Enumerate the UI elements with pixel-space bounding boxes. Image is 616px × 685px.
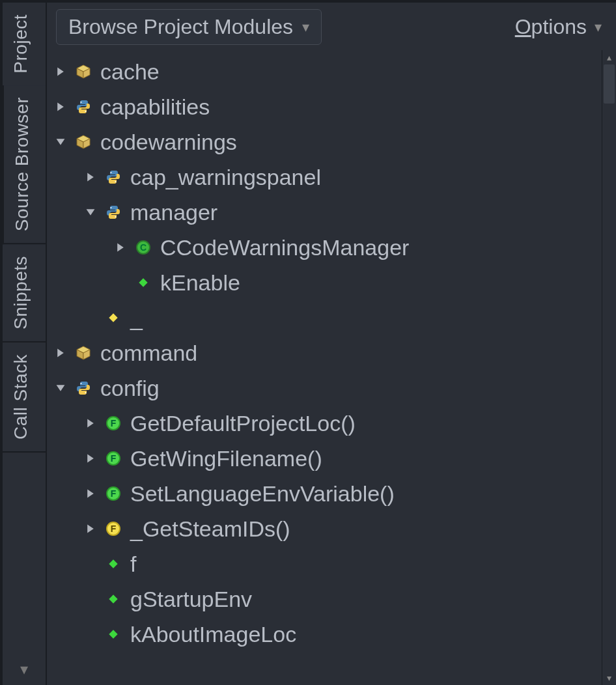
tree-item-label: kAboutImageLoc xyxy=(130,622,296,647)
collapse-icon[interactable] xyxy=(51,383,70,393)
package-icon xyxy=(74,133,92,151)
chevron-down-icon: ▾ xyxy=(595,19,602,36)
expand-icon[interactable] xyxy=(51,66,70,77)
tree-item-label: f xyxy=(130,552,136,577)
package-icon xyxy=(74,63,92,81)
tree-item[interactable]: FGetDefaultProjectLoc() xyxy=(51,406,602,441)
tree-item[interactable]: cap_warningspanel xyxy=(51,160,602,195)
attribute-icon xyxy=(104,590,122,608)
class-icon: C xyxy=(134,238,152,257)
function-icon: F xyxy=(104,449,122,468)
tree-item-label: gStartupEnv xyxy=(130,587,252,612)
python-icon xyxy=(74,379,92,397)
expand-icon[interactable] xyxy=(81,418,100,428)
chevron-down-icon: ▾ xyxy=(20,660,28,678)
tree-item-label: CCodeWarningsManager xyxy=(160,235,409,260)
vertical-tabs: Project Source Browser Snippets Call Sta… xyxy=(3,3,47,685)
tree-item-label: cache xyxy=(100,59,160,85)
tree-item[interactable]: capabilities xyxy=(51,89,602,124)
expand-icon[interactable] xyxy=(51,348,70,358)
toolbar: Browse Project Modules ▾ Options ▾ xyxy=(47,3,616,50)
options-menu-button[interactable]: Options ▾ xyxy=(515,15,607,39)
scroll-down-icon[interactable]: ▾ xyxy=(602,671,616,685)
tree-item-label: _GetSteamIDs() xyxy=(130,516,290,542)
function-icon: F xyxy=(104,414,122,432)
tree-item-label: SetLanguageEnvVariable() xyxy=(130,481,395,507)
chevron-down-icon: ▾ xyxy=(302,19,309,36)
source-browser-panel: Browse Project Modules ▾ Options ▾ cache… xyxy=(47,3,616,685)
tree-item[interactable]: command xyxy=(51,335,602,370)
tree-item[interactable]: FGetWingFilename() xyxy=(51,441,602,476)
expand-icon[interactable] xyxy=(111,242,130,253)
tree-item-label: codewarnings xyxy=(100,130,237,155)
tree-item-label: kEnable xyxy=(160,270,240,296)
private-function-icon: F xyxy=(104,520,122,538)
tree-item[interactable]: kEnable xyxy=(51,265,602,300)
tree-item[interactable]: manager xyxy=(51,195,602,230)
attribute-icon xyxy=(104,625,122,643)
private-attribute-icon xyxy=(104,309,122,327)
tree-item-label: GetDefaultProjectLoc() xyxy=(130,411,356,436)
browse-mode-label: Browse Project Modules xyxy=(68,15,293,39)
tree-item[interactable]: f xyxy=(51,546,602,581)
tree-item[interactable]: gStartupEnv xyxy=(51,581,602,617)
tree-item[interactable]: cache xyxy=(51,54,602,89)
tree-item-label: capabilities xyxy=(100,94,210,120)
tree-item-label: cap_warningspanel xyxy=(130,165,321,190)
tree-item-label: manager xyxy=(130,200,217,225)
expand-icon[interactable] xyxy=(81,524,100,534)
tree-item-label: command xyxy=(100,341,197,366)
tree-item[interactable]: codewarnings xyxy=(51,124,602,160)
tab-project[interactable]: Project xyxy=(3,3,46,85)
tab-snippets[interactable]: Snippets xyxy=(3,244,46,342)
python-icon xyxy=(104,168,122,186)
python-icon xyxy=(74,98,92,116)
scroll-track[interactable] xyxy=(602,64,616,671)
attribute-icon xyxy=(104,555,122,573)
browse-mode-dropdown[interactable]: Browse Project Modules ▾ xyxy=(56,9,322,45)
tree-item[interactable]: _ xyxy=(51,300,602,335)
tree-item[interactable]: CCCodeWarningsManager xyxy=(51,230,602,265)
options-label: Options xyxy=(515,15,587,39)
tree-item-label: config xyxy=(100,376,160,401)
ide-panel: Project Source Browser Snippets Call Sta… xyxy=(0,0,616,685)
python-icon xyxy=(104,203,122,221)
package-icon xyxy=(74,344,92,362)
tree-item[interactable]: config xyxy=(51,370,602,406)
tab-call-stack[interactable]: Call Stack xyxy=(3,342,46,453)
expand-icon[interactable] xyxy=(81,172,100,182)
expand-icon[interactable] xyxy=(81,488,100,499)
scroll-up-icon[interactable]: ▴ xyxy=(602,50,616,64)
tree-item[interactable]: FSetLanguageEnvVariable() xyxy=(51,476,602,511)
expand-icon[interactable] xyxy=(51,102,70,112)
collapse-icon[interactable] xyxy=(51,137,70,147)
tree-item-label: GetWingFilename() xyxy=(130,446,322,471)
attribute-icon xyxy=(134,273,152,292)
tree-item[interactable]: F_GetSteamIDs() xyxy=(51,511,602,546)
vertical-scrollbar[interactable]: ▴ ▾ xyxy=(602,50,616,685)
module-tree[interactable]: cachecapabilitiescodewarningscap_warning… xyxy=(47,50,602,685)
scroll-thumb[interactable] xyxy=(604,64,615,104)
tree-item[interactable]: kAboutImageLoc xyxy=(51,617,602,652)
tab-source-browser[interactable]: Source Browser xyxy=(3,85,46,244)
function-icon: F xyxy=(104,484,122,503)
tree-item-label: _ xyxy=(130,305,143,331)
collapse-panel-button[interactable]: ▾ xyxy=(3,453,46,685)
expand-icon[interactable] xyxy=(81,453,100,464)
collapse-icon[interactable] xyxy=(81,207,100,217)
